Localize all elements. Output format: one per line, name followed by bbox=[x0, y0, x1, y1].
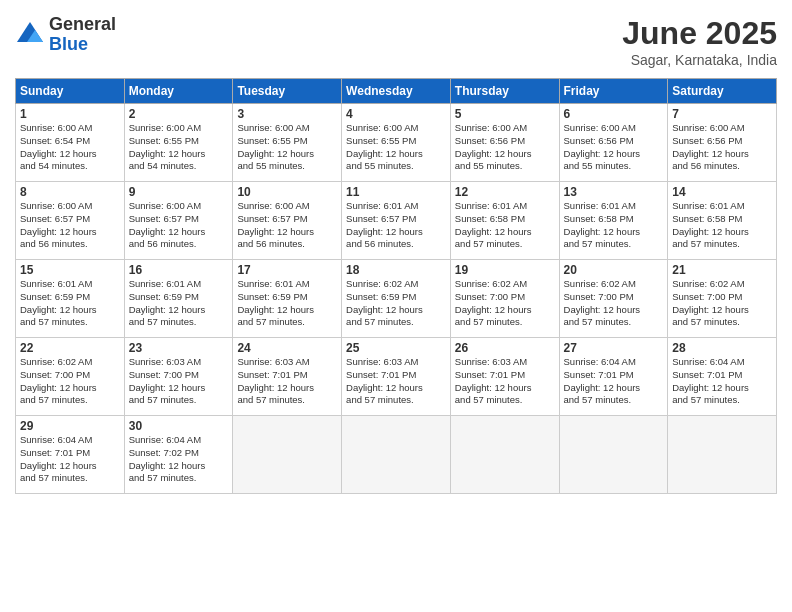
calendar-row: 22Sunrise: 6:02 AMSunset: 7:00 PMDayligh… bbox=[16, 338, 777, 416]
day-number: 24 bbox=[237, 341, 337, 355]
day-number: 23 bbox=[129, 341, 229, 355]
calendar-cell: 30Sunrise: 6:04 AMSunset: 7:02 PMDayligh… bbox=[124, 416, 233, 494]
day-number: 1 bbox=[20, 107, 120, 121]
day-number: 25 bbox=[346, 341, 446, 355]
calendar-cell: 25Sunrise: 6:03 AMSunset: 7:01 PMDayligh… bbox=[342, 338, 451, 416]
day-info: Sunrise: 6:01 AMSunset: 6:58 PMDaylight:… bbox=[564, 200, 664, 251]
calendar-title: June 2025 bbox=[622, 15, 777, 52]
calendar-cell: 5Sunrise: 6:00 AMSunset: 6:56 PMDaylight… bbox=[450, 104, 559, 182]
calendar-cell bbox=[233, 416, 342, 494]
calendar-cell: 6Sunrise: 6:00 AMSunset: 6:56 PMDaylight… bbox=[559, 104, 668, 182]
weekday-header: Thursday bbox=[450, 79, 559, 104]
day-info: Sunrise: 6:01 AMSunset: 6:58 PMDaylight:… bbox=[672, 200, 772, 251]
day-info: Sunrise: 6:02 AMSunset: 7:00 PMDaylight:… bbox=[20, 356, 120, 407]
day-info: Sunrise: 6:00 AMSunset: 6:55 PMDaylight:… bbox=[129, 122, 229, 173]
logo-text: General Blue bbox=[49, 15, 116, 55]
calendar-cell bbox=[668, 416, 777, 494]
day-info: Sunrise: 6:00 AMSunset: 6:55 PMDaylight:… bbox=[237, 122, 337, 173]
day-number: 14 bbox=[672, 185, 772, 199]
weekday-header: Wednesday bbox=[342, 79, 451, 104]
day-info: Sunrise: 6:00 AMSunset: 6:57 PMDaylight:… bbox=[129, 200, 229, 251]
day-info: Sunrise: 6:00 AMSunset: 6:57 PMDaylight:… bbox=[20, 200, 120, 251]
day-number: 17 bbox=[237, 263, 337, 277]
day-number: 11 bbox=[346, 185, 446, 199]
day-info: Sunrise: 6:01 AMSunset: 6:59 PMDaylight:… bbox=[20, 278, 120, 329]
day-number: 8 bbox=[20, 185, 120, 199]
weekday-header: Sunday bbox=[16, 79, 125, 104]
calendar-cell: 21Sunrise: 6:02 AMSunset: 7:00 PMDayligh… bbox=[668, 260, 777, 338]
calendar-cell: 27Sunrise: 6:04 AMSunset: 7:01 PMDayligh… bbox=[559, 338, 668, 416]
day-info: Sunrise: 6:02 AMSunset: 7:00 PMDaylight:… bbox=[672, 278, 772, 329]
day-info: Sunrise: 6:00 AMSunset: 6:55 PMDaylight:… bbox=[346, 122, 446, 173]
day-info: Sunrise: 6:00 AMSunset: 6:56 PMDaylight:… bbox=[564, 122, 664, 173]
calendar-cell: 14Sunrise: 6:01 AMSunset: 6:58 PMDayligh… bbox=[668, 182, 777, 260]
calendar-cell: 4Sunrise: 6:00 AMSunset: 6:55 PMDaylight… bbox=[342, 104, 451, 182]
calendar-cell: 29Sunrise: 6:04 AMSunset: 7:01 PMDayligh… bbox=[16, 416, 125, 494]
calendar-cell: 17Sunrise: 6:01 AMSunset: 6:59 PMDayligh… bbox=[233, 260, 342, 338]
day-info: Sunrise: 6:04 AMSunset: 7:02 PMDaylight:… bbox=[129, 434, 229, 485]
day-number: 15 bbox=[20, 263, 120, 277]
day-number: 18 bbox=[346, 263, 446, 277]
day-info: Sunrise: 6:03 AMSunset: 7:01 PMDaylight:… bbox=[455, 356, 555, 407]
calendar-row: 15Sunrise: 6:01 AMSunset: 6:59 PMDayligh… bbox=[16, 260, 777, 338]
calendar-cell: 26Sunrise: 6:03 AMSunset: 7:01 PMDayligh… bbox=[450, 338, 559, 416]
calendar-subtitle: Sagar, Karnataka, India bbox=[622, 52, 777, 68]
day-info: Sunrise: 6:01 AMSunset: 6:57 PMDaylight:… bbox=[346, 200, 446, 251]
calendar-table: SundayMondayTuesdayWednesdayThursdayFrid… bbox=[15, 78, 777, 494]
calendar-cell: 28Sunrise: 6:04 AMSunset: 7:01 PMDayligh… bbox=[668, 338, 777, 416]
calendar-cell: 20Sunrise: 6:02 AMSunset: 7:00 PMDayligh… bbox=[559, 260, 668, 338]
day-number: 3 bbox=[237, 107, 337, 121]
day-number: 21 bbox=[672, 263, 772, 277]
day-number: 13 bbox=[564, 185, 664, 199]
day-number: 20 bbox=[564, 263, 664, 277]
day-info: Sunrise: 6:00 AMSunset: 6:57 PMDaylight:… bbox=[237, 200, 337, 251]
day-number: 29 bbox=[20, 419, 120, 433]
calendar-cell: 11Sunrise: 6:01 AMSunset: 6:57 PMDayligh… bbox=[342, 182, 451, 260]
day-info: Sunrise: 6:02 AMSunset: 6:59 PMDaylight:… bbox=[346, 278, 446, 329]
page: General Blue June 2025 Sagar, Karnataka,… bbox=[0, 0, 792, 612]
logo-general: General bbox=[49, 15, 116, 35]
header: General Blue June 2025 Sagar, Karnataka,… bbox=[15, 15, 777, 68]
calendar-cell: 15Sunrise: 6:01 AMSunset: 6:59 PMDayligh… bbox=[16, 260, 125, 338]
day-number: 4 bbox=[346, 107, 446, 121]
day-number: 16 bbox=[129, 263, 229, 277]
calendar-cell: 22Sunrise: 6:02 AMSunset: 7:00 PMDayligh… bbox=[16, 338, 125, 416]
calendar-cell: 18Sunrise: 6:02 AMSunset: 6:59 PMDayligh… bbox=[342, 260, 451, 338]
day-info: Sunrise: 6:00 AMSunset: 6:56 PMDaylight:… bbox=[672, 122, 772, 173]
day-info: Sunrise: 6:03 AMSunset: 7:01 PMDaylight:… bbox=[346, 356, 446, 407]
day-info: Sunrise: 6:00 AMSunset: 6:54 PMDaylight:… bbox=[20, 122, 120, 173]
calendar-row: 29Sunrise: 6:04 AMSunset: 7:01 PMDayligh… bbox=[16, 416, 777, 494]
calendar-cell: 12Sunrise: 6:01 AMSunset: 6:58 PMDayligh… bbox=[450, 182, 559, 260]
day-number: 12 bbox=[455, 185, 555, 199]
day-info: Sunrise: 6:04 AMSunset: 7:01 PMDaylight:… bbox=[564, 356, 664, 407]
day-number: 7 bbox=[672, 107, 772, 121]
logo-blue: Blue bbox=[49, 35, 116, 55]
title-area: June 2025 Sagar, Karnataka, India bbox=[622, 15, 777, 68]
calendar-cell: 9Sunrise: 6:00 AMSunset: 6:57 PMDaylight… bbox=[124, 182, 233, 260]
calendar-cell bbox=[342, 416, 451, 494]
calendar-cell: 16Sunrise: 6:01 AMSunset: 6:59 PMDayligh… bbox=[124, 260, 233, 338]
calendar-cell: 19Sunrise: 6:02 AMSunset: 7:00 PMDayligh… bbox=[450, 260, 559, 338]
logo: General Blue bbox=[15, 15, 116, 55]
weekday-header: Friday bbox=[559, 79, 668, 104]
day-info: Sunrise: 6:04 AMSunset: 7:01 PMDaylight:… bbox=[20, 434, 120, 485]
day-number: 2 bbox=[129, 107, 229, 121]
day-number: 19 bbox=[455, 263, 555, 277]
calendar-cell: 13Sunrise: 6:01 AMSunset: 6:58 PMDayligh… bbox=[559, 182, 668, 260]
calendar-cell: 7Sunrise: 6:00 AMSunset: 6:56 PMDaylight… bbox=[668, 104, 777, 182]
weekday-header: Saturday bbox=[668, 79, 777, 104]
calendar-cell bbox=[450, 416, 559, 494]
calendar-cell: 2Sunrise: 6:00 AMSunset: 6:55 PMDaylight… bbox=[124, 104, 233, 182]
day-info: Sunrise: 6:02 AMSunset: 7:00 PMDaylight:… bbox=[455, 278, 555, 329]
calendar-cell: 8Sunrise: 6:00 AMSunset: 6:57 PMDaylight… bbox=[16, 182, 125, 260]
day-number: 10 bbox=[237, 185, 337, 199]
day-number: 22 bbox=[20, 341, 120, 355]
day-info: Sunrise: 6:03 AMSunset: 7:01 PMDaylight:… bbox=[237, 356, 337, 407]
calendar-cell bbox=[559, 416, 668, 494]
day-info: Sunrise: 6:01 AMSunset: 6:58 PMDaylight:… bbox=[455, 200, 555, 251]
day-info: Sunrise: 6:02 AMSunset: 7:00 PMDaylight:… bbox=[564, 278, 664, 329]
day-info: Sunrise: 6:01 AMSunset: 6:59 PMDaylight:… bbox=[129, 278, 229, 329]
calendar-cell: 24Sunrise: 6:03 AMSunset: 7:01 PMDayligh… bbox=[233, 338, 342, 416]
day-info: Sunrise: 6:03 AMSunset: 7:00 PMDaylight:… bbox=[129, 356, 229, 407]
calendar-row: 1Sunrise: 6:00 AMSunset: 6:54 PMDaylight… bbox=[16, 104, 777, 182]
